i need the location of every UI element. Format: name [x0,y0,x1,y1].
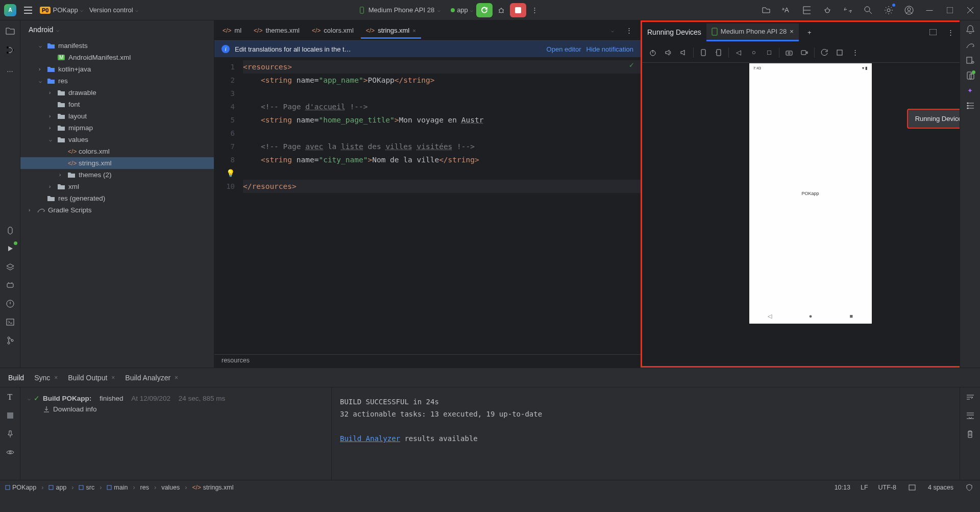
tree-item[interactable]: res (generated) [20,192,214,204]
close-icon[interactable]: × [175,374,178,381]
running-devices-tool-icon[interactable] [966,71,974,80]
editor-breadcrumb[interactable]: resources [214,354,641,368]
stop-build-icon[interactable] [5,410,16,421]
device-manager-icon[interactable] [966,56,975,64]
device-tab[interactable]: Medium Phone API 28 × [706,23,799,41]
tree-item[interactable]: ›mipmap [20,122,214,134]
structure-tool-icon[interactable] [4,44,16,56]
editor-tab[interactable]: </>colors.xml [307,22,359,38]
tabs-more-icon[interactable]: ⋮ [623,25,634,36]
close-icon[interactable]: × [54,374,58,381]
build-result-row[interactable]: ⌵ ✓ Build POKapp: finished At 12/09/202 … [28,393,324,404]
tree-item[interactable]: ›xml [20,181,214,192]
layout-inspector-icon[interactable] [966,102,974,110]
vcs-tool-icon[interactable] [5,335,16,346]
problems-icon[interactable] [5,298,16,309]
run-button[interactable] [476,3,493,17]
breadcrumb-item[interactable]: src [79,484,94,491]
record-icon[interactable] [799,47,810,58]
close-icon[interactable] [965,5,976,16]
tree-item[interactable]: MAndroidManifest.xml [20,52,214,63]
breadcrumb-item[interactable]: values [161,484,180,491]
reload-icon[interactable] [819,47,830,58]
home-icon[interactable]: ○ [748,47,760,58]
build-analyzer-link[interactable]: Build Analyzer [340,434,400,443]
sync-icon[interactable] [842,5,853,16]
scroll-end-icon[interactable] [965,410,976,421]
breadcrumb-item[interactable]: res [140,484,149,491]
sync-tab[interactable]: Sync× [34,374,58,382]
code-sample-icon[interactable]: ᵃA [781,5,792,16]
maximize-icon[interactable] [944,5,955,16]
debug-button[interactable] [496,5,507,16]
build-output-tab[interactable]: Build Output× [68,374,115,382]
add-device-icon[interactable]: + [804,27,815,38]
close-tab-icon[interactable]: × [790,28,794,35]
debug-tool-icon[interactable] [822,5,833,16]
power-icon[interactable] [647,47,658,58]
build-analyzer-tab[interactable]: Build Analyzer× [125,374,178,382]
open-editor-link[interactable]: Open editor [547,45,581,53]
back-icon[interactable]: ◁ [733,47,744,58]
device-more-icon[interactable]: ⋮ [849,47,861,58]
settings-icon[interactable] [883,5,894,16]
screenshot-icon[interactable] [783,47,795,58]
device-selector[interactable]: Medium Phone API 28 ⌵ [358,6,440,14]
project-panel-header[interactable]: Android ⌵ [20,20,214,39]
cursor-position[interactable]: 10:13 [835,484,850,491]
panel-more-icon[interactable]: ⋮ [945,27,956,38]
layout-validation-icon[interactable] [801,5,813,16]
code-editor[interactable]: 12345678💡10 <resources> <string name="ap… [214,57,641,354]
breadcrumb-item[interactable]: </> strings.xml [192,484,233,491]
minimize-icon[interactable]: — [924,5,935,16]
stop-button[interactable] [510,3,526,17]
project-tool-icon[interactable] [4,25,16,37]
editor-tab[interactable]: </>strings.xml× [361,22,421,38]
run-config-selector[interactable]: app ⌵ [451,6,473,14]
soft-wrap-icon[interactable] [965,392,976,403]
tree-item[interactable]: ›kotlin+java [20,63,214,75]
run-tool-icon[interactable] [5,243,16,254]
account-icon[interactable] [903,5,915,16]
ai-assistant-icon[interactable]: ✦ [967,87,973,94]
notifications-icon[interactable] [966,25,974,34]
search-icon[interactable] [863,5,874,16]
encoding[interactable]: UTF-8 [878,484,896,491]
volume-up-icon[interactable] [663,47,674,58]
readonly-icon[interactable] [906,482,918,493]
tree-item[interactable]: ›themes (2) [20,169,214,181]
rotate-right-icon[interactable] [713,47,724,58]
project-selector[interactable]: P0 POKapp ⌵ [40,6,83,14]
editor-tab[interactable]: </>ml [217,22,247,38]
build-tab[interactable]: Build [8,374,24,382]
tree-item[interactable]: ›drawable [20,87,214,99]
tree-item[interactable]: </>colors.xml [20,145,214,157]
vcs-selector[interactable]: Version control ⌵ [89,6,138,14]
more-tools-icon[interactable]: … [4,63,16,76]
eye-icon[interactable] [5,447,16,458]
bookmarks-icon[interactable] [5,225,16,236]
tree-item[interactable]: ›layout [20,110,214,122]
resource-manager-icon[interactable] [761,5,772,16]
logcat-icon[interactable] [5,280,16,291]
settings-device-icon[interactable] [834,47,845,58]
breadcrumb-item[interactable]: POKapp [5,484,36,491]
tree-item[interactable]: ⌵manifests [20,40,214,52]
tree-item[interactable]: font [20,99,214,110]
breadcrumb-item[interactable]: main [107,484,128,491]
pin-icon[interactable] [5,428,16,440]
tabs-dropdown-icon[interactable]: ⌵ [607,25,618,36]
clear-icon[interactable] [965,428,976,440]
shield-icon[interactable] [964,482,975,493]
hide-notification-link[interactable]: Hide notification [586,45,634,53]
build-variants-icon[interactable] [5,261,16,273]
emulator-screen[interactable]: 7:43▾ ▮ POKapp ◁●■ [749,63,872,324]
main-menu-icon[interactable] [22,5,34,16]
window-mode-icon[interactable] [927,27,939,38]
terminal-icon[interactable] [5,316,16,328]
tree-item[interactable]: </>strings.xml [20,157,214,169]
text-mode-icon[interactable]: T [5,392,16,403]
indent[interactable]: 4 spaces [928,484,953,491]
download-info-row[interactable]: Download info [28,404,324,415]
tree-item[interactable]: ⌵res [20,75,214,87]
